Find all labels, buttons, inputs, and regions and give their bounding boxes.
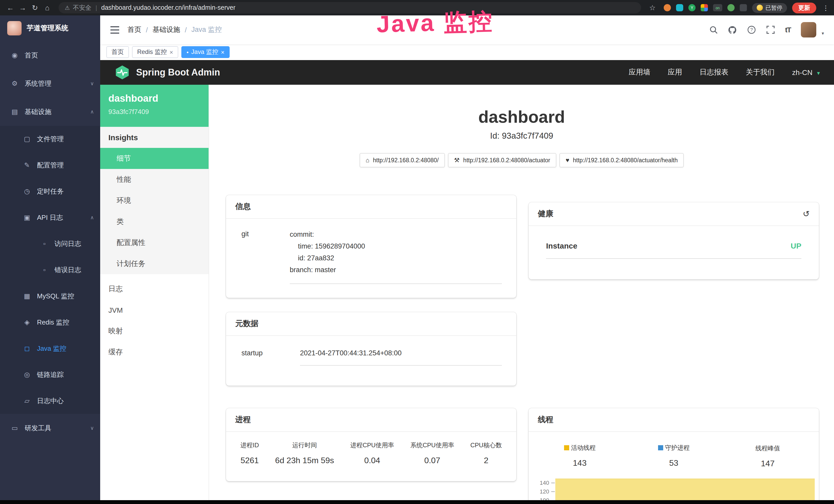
sidebar-item-java-monitor[interactable]: ◻ Java 监控	[0, 335, 100, 362]
sba-item-metrics[interactable]: 性能	[100, 169, 208, 190]
sidebar-item-access-log[interactable]: ▫ 访问日志	[0, 231, 100, 257]
home-icon[interactable]: ⌂	[41, 4, 53, 12]
heart-icon: ♥	[566, 157, 569, 164]
tag-view-bar: 首页 Redis 监控 × ● Java 监控 ×	[100, 44, 834, 60]
sba-item-mappings[interactable]: 映射	[100, 320, 208, 342]
tab-close-icon[interactable]: ×	[221, 48, 224, 56]
git-branch-line: branch: master	[290, 265, 502, 276]
sba-brand-title[interactable]: Spring Boot Admin	[136, 67, 220, 78]
instance-header[interactable]: dashboard 93a3fc7f7409	[100, 85, 208, 127]
back-icon[interactable]: ←	[4, 4, 17, 12]
sba-nav-applications[interactable]: 应用	[668, 68, 682, 77]
user-avatar[interactable]	[801, 22, 816, 38]
locale-label: zh-CN	[792, 68, 812, 76]
sba-locale-select[interactable]: zh-CN ▾	[792, 68, 820, 76]
actuator-url-link[interactable]: ⚒ http://192.168.0.2:48080/actuator	[448, 153, 556, 167]
doc-icon: ▫	[40, 240, 49, 248]
font-size-icon[interactable]: tT	[785, 26, 791, 34]
sba-nav-about[interactable]: 关于我们	[746, 68, 775, 77]
sidebar-item-error-log[interactable]: ▫ 错误日志	[0, 257, 100, 283]
sidebar-item-system[interactable]: ⚙ 系统管理 ∨	[0, 69, 100, 97]
sidebar-item-log-center[interactable]: ▱ 日志中心	[0, 388, 100, 414]
sba-logo-icon[interactable]	[114, 65, 130, 80]
tab-java-monitor[interactable]: ● Java 监控 ×	[181, 46, 229, 58]
instance-id: 93a3fc7f7409	[108, 108, 200, 116]
sidebar-item-trace[interactable]: ◎ 链路追踪	[0, 362, 100, 388]
legend-label: 线程峰值	[755, 444, 780, 453]
sba-nav-wallboard[interactable]: 应用墙	[629, 68, 650, 77]
sidebar-item-dev-tools[interactable]: ▭ 研发工具 ∨	[0, 414, 100, 442]
metric-value: 5261	[240, 456, 259, 465]
history-icon[interactable]: ↺	[803, 209, 810, 219]
sidebar-item-infra[interactable]: ▤ 基础设施 ∧	[0, 97, 100, 126]
health-card-title: 健康	[538, 209, 553, 219]
bookmark-star-icon[interactable]: ☆	[646, 4, 659, 12]
sidebar-item-file-manage[interactable]: ▢ 文件管理	[0, 126, 100, 152]
sba-item-logs[interactable]: 日志	[100, 278, 208, 299]
reload-icon[interactable]: ↻	[29, 4, 41, 12]
legend-value: 53	[627, 459, 721, 468]
sba-nav-journal[interactable]: 日志报表	[700, 68, 728, 77]
help-icon[interactable]: ?	[747, 25, 756, 34]
health-instance-row[interactable]: Instance UP	[546, 241, 802, 259]
app-logo[interactable]: 芋道管理系统	[0, 16, 100, 41]
tab-close-icon[interactable]: ×	[170, 48, 173, 56]
extension-icon-1[interactable]	[664, 4, 671, 11]
doc-icon: ▫	[40, 266, 49, 274]
threads-chart: 140 120 100	[529, 476, 819, 500]
sidebar-item-api-log[interactable]: ▣ API 日志 ∧	[0, 204, 100, 231]
update-button[interactable]: 更新	[792, 2, 816, 13]
sidebar-item-redis-monitor[interactable]: ◈ Redis 监控	[0, 309, 100, 335]
security-label[interactable]: 不安全	[73, 3, 91, 12]
sba-item-jvm[interactable]: JVM	[100, 299, 208, 320]
address-divider: |	[95, 4, 97, 11]
instance-id-line: Id: 93a3fc7f7409	[209, 131, 834, 141]
sba-item-environment[interactable]: 环境	[100, 190, 208, 211]
health-url-link[interactable]: ♥ http://192.168.0.2:48080/actuator/heal…	[559, 153, 684, 167]
process-metrics: 进程ID 5261 运行时间 6d 23h 15m 59s 进程CPU使用率 0…	[226, 432, 516, 478]
tools-icon: ▭	[10, 424, 19, 432]
sidebar-item-label: 日志中心	[37, 396, 64, 406]
sidebar-item-mysql-monitor[interactable]: ▦ MySQL 监控	[0, 283, 100, 309]
tab-home[interactable]: 首页	[106, 46, 129, 58]
link-text: http://192.168.0.2:48080/actuator/health	[573, 157, 678, 163]
address-bar[interactable]: ⚠ 不安全 | dashboard.yudao.iocoder.cn/infra…	[59, 2, 641, 13]
chevron-up-icon: ∧	[90, 215, 94, 220]
github-icon[interactable]	[728, 25, 737, 34]
forward-icon[interactable]: →	[17, 4, 29, 12]
breadcrumb-home[interactable]: 首页	[127, 25, 141, 35]
breadcrumb-infra[interactable]: 基础设施	[153, 25, 180, 35]
fullscreen-icon[interactable]	[766, 25, 775, 34]
metric-label: 进程CPU使用率	[350, 441, 394, 450]
sba-item-config-props[interactable]: 配置属性	[100, 232, 208, 253]
sidebar-item-config-manage[interactable]: ✎ 配置管理	[0, 152, 100, 178]
sidebar-item-scheduled-tasks[interactable]: ◷ 定时任务	[0, 178, 100, 204]
sidebar-item-label: 研发工具	[25, 423, 51, 433]
extension-icon-5[interactable]: on	[713, 4, 722, 11]
extension-icon-3[interactable]: Y	[688, 4, 696, 11]
service-url-link[interactable]: ⌂ http://192.168.0.2:48080/	[359, 153, 445, 167]
sba-item-details[interactable]: 细节	[100, 148, 208, 169]
wrench-icon: ⚒	[454, 157, 460, 164]
info-row-label: git	[241, 229, 290, 284]
sidebar-item-home[interactable]: ◉ 首页	[0, 41, 100, 69]
browser-menu-icon[interactable]: ⋮	[821, 4, 830, 12]
extension-icon-6[interactable]	[727, 4, 734, 11]
sba-item-caches[interactable]: 缓存	[100, 342, 208, 363]
metadata-card: 元数据 startup 2021-04-27T00:44:31.254+08:0…	[226, 312, 516, 386]
tab-label: Java 监控	[191, 48, 218, 56]
extension-icon-2[interactable]	[676, 4, 683, 11]
log-center-icon: ▱	[23, 397, 31, 405]
sidebar-item-label: Java 监控	[37, 344, 66, 353]
link-text: http://192.168.0.2:48080/actuator	[463, 157, 550, 163]
extension-icon-7[interactable]	[740, 4, 747, 11]
profile-paused-chip[interactable]: 已暂停	[752, 3, 787, 13]
sba-item-classes[interactable]: 类	[100, 211, 208, 232]
info-card: 信息 git commit: time: 1596289704000 id: 2…	[226, 195, 516, 298]
hamburger-icon[interactable]	[110, 25, 119, 34]
tab-redis-monitor[interactable]: Redis 监控 ×	[132, 46, 178, 58]
search-icon[interactable]	[709, 25, 718, 34]
sba-item-scheduled[interactable]: 计划任务	[100, 253, 208, 274]
url-text[interactable]: dashboard.yudao.iocoder.cn/infra/admin-s…	[101, 4, 236, 11]
extension-icon-4[interactable]	[701, 4, 708, 11]
